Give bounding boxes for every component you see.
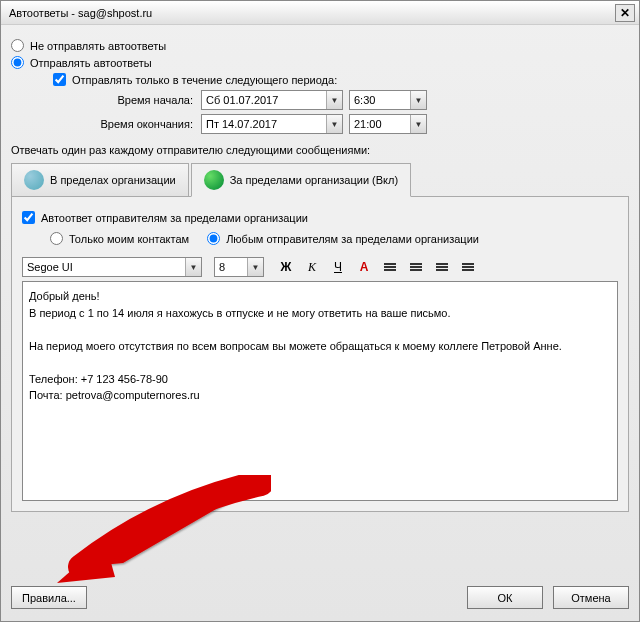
font-color-button[interactable]: A <box>354 257 374 277</box>
enable-outside-label: Автоответ отправителям за пределами орга… <box>41 212 308 224</box>
radio-my-contacts-input[interactable] <box>50 232 63 245</box>
svg-marker-0 <box>57 541 115 583</box>
end-time-value: 21:00 <box>354 118 382 130</box>
end-time-dropdown[interactable]: 21:00 ▼ <box>349 114 427 134</box>
outside-panel: Автоответ отправителям за пределами орга… <box>11 197 629 512</box>
size-value: 8 <box>219 261 225 273</box>
underline-button[interactable]: Ч <box>328 257 348 277</box>
tab-inside-label: В пределах организации <box>50 174 176 186</box>
ok-button[interactable]: ОК <box>467 586 543 609</box>
chevron-down-icon: ▼ <box>326 91 342 109</box>
period-checkbox[interactable] <box>53 73 66 86</box>
font-value: Segoe UI <box>27 261 73 273</box>
start-date-dropdown[interactable]: Сб 01.07.2017 ▼ <box>201 90 343 110</box>
radio-send[interactable]: Отправлять автоответы <box>11 56 629 69</box>
chevron-down-icon: ▼ <box>185 258 201 276</box>
tab-outside-org[interactable]: За пределами организации (Вкл) <box>191 163 411 197</box>
radio-dont-send-label: Не отправлять автоответы <box>30 40 166 52</box>
italic-button[interactable]: K <box>302 257 322 277</box>
people-icon <box>24 170 44 190</box>
close-button[interactable]: ✕ <box>615 4 635 22</box>
end-date-dropdown[interactable]: Пт 14.07.2017 ▼ <box>201 114 343 134</box>
bullet-list-button[interactable] <box>380 257 400 277</box>
list-icon <box>384 262 396 273</box>
period-checkbox-row[interactable]: Отправлять только в течение следующего п… <box>11 73 629 86</box>
radio-any-sender-label: Любым отправителям за пределами организа… <box>226 233 479 245</box>
outdent-button[interactable] <box>432 257 452 277</box>
autoreply-dialog: Автоответы - sag@shpost.ru ✕ Не отправля… <box>0 0 640 622</box>
radio-any-sender[interactable]: Любым отправителям за пределами организа… <box>207 232 479 245</box>
radio-dont-send-input[interactable] <box>11 39 24 52</box>
enable-outside-row[interactable]: Автоответ отправителям за пределами орга… <box>22 211 618 224</box>
end-time-label: Время окончания: <box>81 118 201 130</box>
reply-section-label: Отвечать один раз каждому отправителю сл… <box>11 144 629 156</box>
cancel-button[interactable]: Отмена <box>553 586 629 609</box>
close-icon: ✕ <box>620 6 630 20</box>
start-date-value: Сб 01.07.2017 <box>206 94 278 106</box>
chevron-down-icon: ▼ <box>410 115 426 133</box>
window-title: Автоответы - sag@shpost.ru <box>5 7 152 19</box>
radio-any-sender-input[interactable] <box>207 232 220 245</box>
indent-button[interactable] <box>458 257 478 277</box>
chevron-down-icon: ▼ <box>410 91 426 109</box>
radio-my-contacts-label: Только моим контактам <box>69 233 189 245</box>
end-date-value: Пт 14.07.2017 <box>206 118 277 130</box>
titlebar: Автоответы - sag@shpost.ru ✕ <box>1 1 639 25</box>
start-time-label: Время начала: <box>81 94 201 106</box>
start-time-dropdown[interactable]: 6:30 ▼ <box>349 90 427 110</box>
chevron-down-icon: ▼ <box>326 115 342 133</box>
bold-button[interactable]: Ж <box>276 257 296 277</box>
period-check-label: Отправлять только в течение следующего п… <box>72 74 337 86</box>
radio-dont-send[interactable]: Не отправлять автоответы <box>11 39 629 52</box>
enable-outside-checkbox[interactable] <box>22 211 35 224</box>
chevron-down-icon: ▼ <box>247 258 263 276</box>
indent-icon <box>436 262 448 273</box>
message-editor[interactable]: Добрый день! В период с 1 по 14 июля я н… <box>22 281 618 501</box>
tab-inside-org[interactable]: В пределах организации <box>11 163 189 197</box>
radio-send-input[interactable] <box>11 56 24 69</box>
rules-button[interactable]: Правила... <box>11 586 87 609</box>
radio-send-label: Отправлять автоответы <box>30 57 152 69</box>
tabs: В пределах организации За пределами орга… <box>11 162 629 197</box>
font-dropdown[interactable]: Segoe UI ▼ <box>22 257 202 277</box>
radio-my-contacts[interactable]: Только моим контактам <box>50 232 189 245</box>
indent-icon <box>462 262 474 273</box>
number-list-button[interactable] <box>406 257 426 277</box>
start-time-value: 6:30 <box>354 94 375 106</box>
font-size-dropdown[interactable]: 8 ▼ <box>214 257 264 277</box>
list-icon <box>410 262 422 273</box>
tab-outside-label: За пределами организации (Вкл) <box>230 174 398 186</box>
dialog-buttons: Правила... ОК Отмена <box>11 586 629 609</box>
globe-icon <box>204 170 224 190</box>
format-toolbar: Segoe UI ▼ 8 ▼ Ж K Ч A <box>22 257 618 277</box>
